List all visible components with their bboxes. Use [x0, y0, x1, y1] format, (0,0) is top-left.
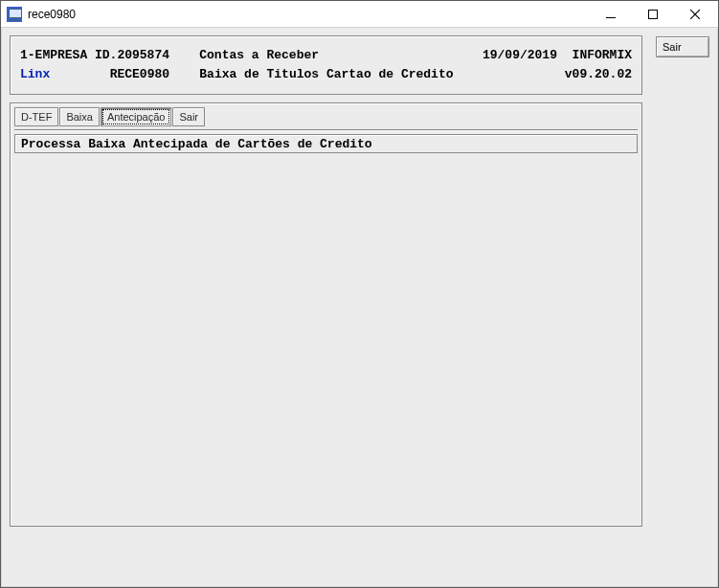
header-row-1: 1-EMPRESA ID.2095874 Contas a Receber 19…	[20, 46, 632, 65]
close-icon	[690, 10, 700, 19]
system-label: INFORMIX	[573, 46, 632, 65]
minimize-icon	[606, 10, 616, 19]
maximize-icon	[648, 10, 658, 19]
svg-rect-1	[649, 10, 658, 18]
company-label: 1-EMPRESA ID.2095874	[20, 46, 169, 65]
sair-button[interactable]: Sair	[656, 36, 709, 57]
main-area: 1-EMPRESA ID.2095874 Contas a Receber 19…	[10, 35, 642, 577]
menu-item-dtef[interactable]: D-TEF	[14, 107, 58, 126]
header-row-2: Linx RECE0980 Baixa de Titulos Cartao de…	[20, 65, 632, 84]
version-label: v09.20.02	[565, 65, 632, 84]
date-label: 19/09/2019	[483, 46, 557, 65]
minimize-button[interactable]	[590, 2, 632, 27]
window-controls	[590, 2, 716, 27]
close-button[interactable]	[674, 2, 716, 27]
menu-panel: D-TEF Baixa Antecipação Sair Processa Ba…	[10, 102, 642, 527]
vendor-label: Linx	[20, 65, 50, 84]
client-area: 1-EMPRESA ID.2095874 Contas a Receber 19…	[1, 28, 718, 587]
program-label: RECE0980	[110, 65, 169, 84]
side-panel: Sair	[654, 35, 709, 577]
content-area	[14, 153, 638, 522]
header-panel: 1-EMPRESA ID.2095874 Contas a Receber 19…	[10, 35, 642, 95]
app-icon	[7, 7, 22, 22]
app-window: rece0980 1-EMPRESA ID.2095874 Contas a R…	[0, 0, 719, 588]
module-label: Contas a Receber	[199, 46, 319, 65]
maximize-button[interactable]	[632, 2, 674, 27]
window-title: rece0980	[28, 8, 76, 21]
menu-item-antecipacao[interactable]: Antecipação	[101, 107, 172, 126]
menubar: D-TEF Baixa Antecipação Sair	[14, 107, 638, 126]
program-title: Baixa de Titulos Cartao de Credito	[199, 65, 453, 84]
status-line: Processa Baixa Antecipada de Cartões de …	[14, 134, 638, 153]
titlebar: rece0980	[1, 1, 718, 28]
menu-item-baixa[interactable]: Baixa	[59, 107, 100, 126]
menu-item-sair[interactable]: Sair	[172, 107, 205, 126]
